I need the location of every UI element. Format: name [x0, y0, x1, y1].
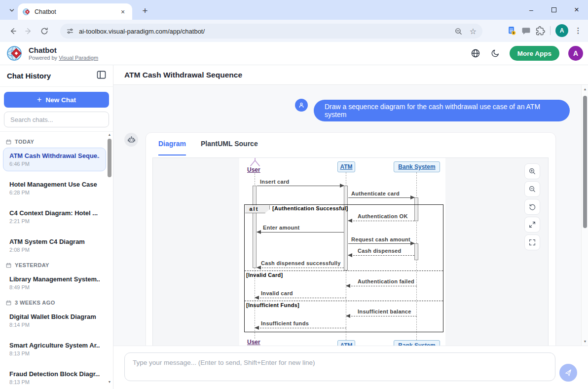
scroll-up-icon[interactable]: ▲ — [582, 87, 588, 91]
more-apps-button[interactable]: More Apps — [510, 46, 559, 61]
send-button[interactable] — [559, 364, 577, 382]
extensions-puzzle-icon[interactable] — [536, 26, 545, 36]
main-area: ATM Cash Withdrawal Sequence Draw a sequ… — [113, 65, 588, 389]
fragment-operator: alt — [245, 205, 270, 213]
chat-item[interactable]: ATM Cash Withdrawal Seque... 6:46 PM — [3, 148, 106, 171]
bookmark-star-icon[interactable]: ☆ — [470, 27, 477, 36]
chat-extension-icon[interactable] — [521, 26, 531, 36]
back-button[interactable] — [5, 23, 21, 39]
reload-button[interactable] — [37, 23, 52, 39]
user-avatar — [295, 99, 308, 112]
participant-bank: Bank System — [394, 161, 440, 172]
back-icon — [8, 27, 17, 36]
page-title: ATM Cash Withdrawal Sequence — [124, 71, 242, 79]
message-label: Authentication OK — [358, 213, 408, 219]
visual-paradigm-logo — [6, 44, 25, 63]
chat-item[interactable]: Digital Wallet Block Diagram 8:14 PM — [3, 309, 106, 332]
message-label: Insert card — [260, 179, 290, 185]
panel-toggle-icon — [97, 71, 106, 79]
language-button[interactable] — [470, 48, 481, 59]
message-arrow — [346, 286, 417, 286]
new-tab-button[interactable]: + — [138, 4, 152, 18]
favicon-visual-paradigm — [23, 8, 31, 16]
paper-plane-icon — [564, 369, 572, 377]
browser-menu-icon[interactable]: ⋮ — [573, 26, 583, 35]
calendar-icon — [6, 263, 11, 268]
site-settings-icon[interactable] — [66, 27, 74, 35]
sidebar-scrollbar[interactable]: ▲ ▼ — [107, 132, 112, 385]
zoom-in-button[interactable] — [524, 163, 540, 179]
address-bar[interactable]: ai-toolbox.visual-paradigm.com/app/chatb… — [60, 24, 482, 39]
docs-extension-icon[interactable] — [507, 26, 516, 36]
reset-icon — [528, 203, 536, 211]
message-label: Invalid card — [261, 290, 293, 296]
chat-area: Draw a sequence diagram for the cash wit… — [113, 85, 588, 346]
fit-view-button[interactable] — [524, 217, 540, 233]
forward-button[interactable] — [21, 23, 37, 39]
app-profile-avatar[interactable]: A — [568, 46, 583, 61]
dark-mode-button[interactable] — [490, 48, 501, 59]
browser-toolbar: ai-toolbox.visual-paradigm.com/app/chatb… — [0, 20, 588, 42]
scroll-down-icon[interactable]: ▼ — [107, 380, 112, 384]
message-arrow — [255, 328, 346, 328]
chat-item[interactable]: Fraud Detection Block Diagr... 8:13 PM — [3, 366, 106, 385]
tab-close-icon[interactable]: × — [118, 7, 127, 16]
reset-view-button[interactable] — [524, 199, 540, 215]
diagram-panel: User ATM Bank System alt [Authentication… — [152, 157, 549, 346]
browser-tab[interactable]: Chatbot × — [18, 3, 132, 20]
chat-list: TODAY ATM Cash Withdrawal Seque... 6:46 … — [0, 132, 113, 385]
tab-plantuml-source[interactable]: PlantUML Source — [201, 133, 258, 156]
fragment-divider — [245, 301, 443, 301]
visual-paradigm-link[interactable]: Visual Paradigm — [59, 55, 98, 61]
sidebar-scrollbar-thumb[interactable] — [108, 139, 111, 177]
scroll-up-icon[interactable]: ▲ — [107, 133, 112, 136]
chat-history-sidebar: Chat History + New Chat TODAY ATM Cash W… — [0, 65, 113, 389]
close-button[interactable]: × — [565, 0, 588, 20]
zoom-page-icon[interactable] — [454, 27, 463, 36]
message-input[interactable] — [124, 352, 555, 381]
message-arrow — [348, 255, 414, 256]
message-label: Enter amount — [263, 225, 300, 231]
message-arrow — [346, 316, 417, 316]
zoom-out-button[interactable] — [524, 181, 540, 197]
chat-item[interactable]: Smart Agriculture System Ar... 8:13 PM — [3, 337, 106, 361]
plus-icon: + — [37, 95, 41, 104]
message-arrow — [255, 298, 346, 298]
chat-item[interactable]: Library Management System... 8:49 PM — [3, 271, 106, 295]
robot-icon — [127, 136, 136, 144]
message-label: Insufficient balance — [358, 309, 411, 314]
moon-icon — [491, 49, 500, 58]
user-message-bubble: Draw a sequence diagram for the cash wit… — [314, 100, 570, 121]
chat-scrollbar[interactable]: ▲ ▼ — [581, 85, 588, 346]
fullscreen-button[interactable] — [524, 234, 540, 250]
app-header: Chatbot Powered by Visual Paradigm More … — [0, 42, 588, 65]
chat-scrollbar-thumb[interactable] — [583, 96, 587, 228]
sequence-diagram: User ATM Bank System alt [Authentication… — [239, 158, 445, 346]
app-title: Chatbot — [29, 46, 98, 55]
browser-profile-avatar[interactable]: A — [555, 24, 568, 37]
browser-titlebar: Chatbot × + – × — [0, 0, 588, 20]
calendar-icon — [6, 139, 11, 145]
expand-icon — [528, 221, 536, 229]
maximize-button[interactable] — [543, 0, 565, 20]
collapse-sidebar-button[interactable] — [97, 71, 106, 81]
scroll-down-icon[interactable]: ▼ — [582, 340, 588, 343]
tab-diagram[interactable]: Diagram — [158, 133, 186, 156]
guard-invalid-card: [Invalid Card] — [246, 272, 283, 278]
diagram-controls — [524, 163, 540, 250]
guard-auth-successful: [Authentication Successful] — [272, 205, 348, 211]
url-text[interactable]: ai-toolbox.visual-paradigm.com/app/chatb… — [79, 28, 454, 35]
chat-item[interactable]: ATM System C4 Diagram 2:08 PM — [3, 233, 106, 257]
message-label: Insufficient funds — [261, 320, 309, 326]
search-chats-input[interactable] — [4, 112, 109, 127]
maximize-icon — [551, 7, 556, 12]
new-chat-button[interactable]: + New Chat — [4, 92, 109, 108]
guard-insufficient-funds: [Insufficient Funds] — [246, 302, 299, 308]
tab-search-button[interactable] — [5, 5, 19, 16]
participant-bank-bottom: Bank System — [394, 340, 440, 346]
message-arrow — [348, 221, 414, 221]
message-arrow — [348, 197, 414, 198]
chat-item[interactable]: C4 Context Diagram: Hotel ... 2:21 PM — [3, 205, 106, 229]
chat-item[interactable]: Hotel Management Use Case 6:28 PM — [3, 176, 106, 200]
minimize-button[interactable]: – — [520, 0, 543, 20]
